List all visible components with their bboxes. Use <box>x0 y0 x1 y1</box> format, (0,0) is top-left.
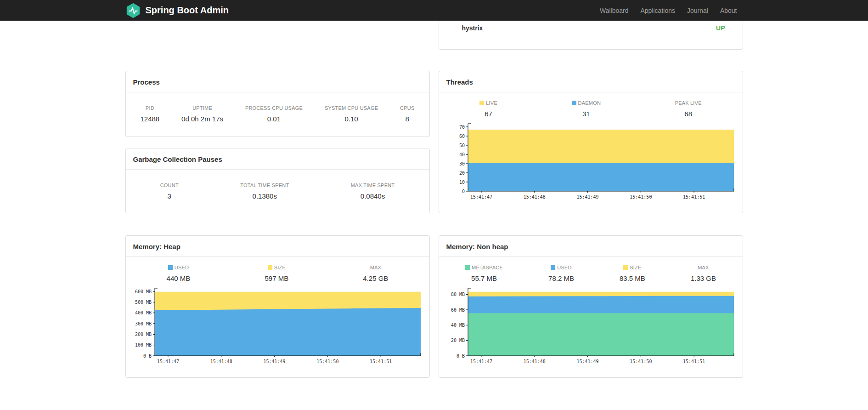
stat-uptime-value: 0d 0h 2m 17s <box>181 115 223 123</box>
stat-uptime: UPTIME 0d 0h 2m 17s <box>181 105 223 123</box>
stat-pid-value: 12488 <box>140 115 159 123</box>
svg-text:40: 40 <box>459 152 464 157</box>
nav-links: Wallboard Applications Journal About <box>594 7 743 14</box>
svg-text:15:41:51: 15:41:51 <box>683 359 705 364</box>
legend-live: LIVE 67 <box>479 100 497 118</box>
svg-text:15:41:49: 15:41:49 <box>263 359 285 364</box>
legend-nonheap-used: USED 78.2 MB <box>548 265 574 282</box>
brand-link[interactable]: Spring Boot Admin <box>125 3 229 18</box>
nav-item-journal[interactable]: Journal <box>681 7 714 14</box>
memory-nonheap-card: Memory: Non heap METASPACE 55.7 MB USED … <box>439 235 743 378</box>
svg-text:15:41:51: 15:41:51 <box>370 359 392 364</box>
legend-live-label: LIVE <box>486 100 497 106</box>
legend-heap-size: SIZE 597 MB <box>265 265 288 282</box>
svg-text:400 MB: 400 MB <box>135 310 151 315</box>
stat-system-cpu-value: 0.10 <box>325 115 378 123</box>
threads-chart-area: 01020304050607015:41:4715:41:4815:41:491… <box>439 120 743 203</box>
legend-nonheap-size: SIZE 83.5 MB <box>620 265 645 282</box>
legend-metaspace: METASPACE 55.7 MB <box>465 265 503 282</box>
nonheap-chart: 0 B20 MB40 MB60 MB80 MB15:41:4715:41:481… <box>443 286 737 368</box>
svg-text:600 MB: 600 MB <box>135 289 151 294</box>
legend-color-swatch <box>168 265 173 270</box>
process-card-title: Process <box>126 71 429 92</box>
svg-text:15:41:48: 15:41:48 <box>523 194 545 199</box>
legend-color-swatch <box>623 265 628 270</box>
legend-color-swatch <box>479 101 484 105</box>
svg-text:0 B: 0 B <box>143 353 151 359</box>
svg-text:70: 70 <box>459 125 464 130</box>
svg-text:60: 60 <box>459 134 464 139</box>
nonheap-legend: METASPACE 55.7 MB USED 78.2 MB SIZE 83.5… <box>439 257 743 285</box>
application-status-row[interactable]: hystrix UP <box>445 19 737 37</box>
legend-heap-max: MAX 4.25 GB <box>363 265 388 282</box>
legend-nonheap-size-label: SIZE <box>630 265 641 270</box>
legend-nonheap-used-value: 78.2 MB <box>548 274 574 282</box>
app-logo-icon <box>125 3 141 18</box>
stat-process-cpu-label: PROCESS CPU USAGE <box>245 105 303 111</box>
legend-color-swatch <box>465 265 470 270</box>
nav-item-wallboard[interactable]: Wallboard <box>594 7 635 14</box>
svg-text:0: 0 <box>462 189 464 194</box>
stat-gc-max-time-value: 0.0840s <box>351 192 395 200</box>
legend-daemon-value: 31 <box>572 110 601 118</box>
svg-text:15:41:49: 15:41:49 <box>576 194 598 199</box>
nav-item-about[interactable]: About <box>714 7 743 14</box>
legend-nonheap-size-value: 83.5 MB <box>620 274 645 282</box>
legend-metaspace-label: METASPACE <box>472 265 503 270</box>
memory-nonheap-card-title: Memory: Non heap <box>439 236 743 257</box>
svg-text:15:41:47: 15:41:47 <box>470 359 492 364</box>
stat-system-cpu-label: SYSTEM CPU USAGE <box>325 105 378 111</box>
svg-text:15:41:50: 15:41:50 <box>316 359 338 364</box>
stat-pid: PID 12488 <box>140 105 159 123</box>
stat-uptime-label: UPTIME <box>181 105 223 111</box>
legend-daemon-label: DAEMON <box>578 100 601 106</box>
legend-color-swatch <box>572 101 576 105</box>
svg-text:20: 20 <box>459 171 464 176</box>
legend-metaspace-value: 55.7 MB <box>465 274 503 282</box>
legend-peak-live-value: 68 <box>675 110 702 118</box>
legend-nonheap-max-label: MAX <box>698 265 709 270</box>
process-stats: PID 12488 UPTIME 0d 0h 2m 17s PROCESS CP… <box>126 92 429 127</box>
stat-gc-total-time: TOTAL TIME SPENT 0.1380s <box>240 182 289 200</box>
svg-text:500 MB: 500 MB <box>135 300 151 305</box>
nav-item-applications[interactable]: Applications <box>634 7 681 14</box>
svg-text:15:41:50: 15:41:50 <box>630 194 652 199</box>
application-name: hystrix <box>462 24 483 32</box>
threads-card-title: Threads <box>439 71 743 92</box>
svg-text:30: 30 <box>459 161 464 166</box>
threads-chart: 01020304050607015:41:4715:41:4815:41:491… <box>443 121 737 203</box>
stat-cpus: CPUS 8 <box>400 105 414 123</box>
stat-cpus-label: CPUS <box>400 105 414 111</box>
legend-heap-used-label: USED <box>175 265 189 270</box>
svg-text:15:41:51: 15:41:51 <box>683 194 705 199</box>
legend-heap-max-value: 4.25 GB <box>363 274 388 282</box>
legend-heap-used: USED 440 MB <box>167 265 191 282</box>
threads-card: Threads LIVE 67 DAEMON 31 PEAK LIVE 68 <box>439 71 743 213</box>
memory-heap-card: Memory: Heap USED 440 MB SIZE 597 MB MAX… <box>125 235 430 378</box>
svg-text:15:41:49: 15:41:49 <box>576 359 598 364</box>
svg-text:15:41:47: 15:41:47 <box>470 194 492 199</box>
legend-heap-size-value: 597 MB <box>265 274 288 282</box>
stat-gc-total-time-value: 0.1380s <box>240 192 289 200</box>
top-navbar: Spring Boot Admin Wallboard Applications… <box>0 0 868 21</box>
status-badge: UP <box>716 24 725 32</box>
svg-text:60 MB: 60 MB <box>451 308 464 313</box>
legend-daemon: DAEMON 31 <box>572 100 601 118</box>
heap-legend: USED 440 MB SIZE 597 MB MAX 4.25 GB <box>126 257 429 285</box>
right-column: hystrix UP Threads LIVE 67 DAEMON 31 <box>439 21 743 378</box>
legend-nonheap-used-label: USED <box>557 265 571 270</box>
svg-text:300 MB: 300 MB <box>135 321 151 326</box>
status-card-spacer <box>439 37 743 49</box>
stat-gc-max-time: MAX TIME SPENT 0.0840s <box>351 182 395 200</box>
svg-text:15:41:48: 15:41:48 <box>523 359 545 364</box>
svg-text:80 MB: 80 MB <box>451 292 464 297</box>
legend-color-swatch <box>551 265 555 270</box>
stat-gc-max-time-label: MAX TIME SPENT <box>351 182 395 188</box>
svg-text:15:41:47: 15:41:47 <box>157 359 179 364</box>
threads-legend: LIVE 67 DAEMON 31 PEAK LIVE 68 <box>439 92 743 120</box>
stat-process-cpu: PROCESS CPU USAGE 0.01 <box>245 105 303 123</box>
stat-gc-count-label: COUNT <box>160 182 179 188</box>
stat-gc-total-time-label: TOTAL TIME SPENT <box>240 182 289 188</box>
stat-gc-count: COUNT 3 <box>160 182 179 200</box>
memory-heap-card-title: Memory: Heap <box>126 236 429 257</box>
